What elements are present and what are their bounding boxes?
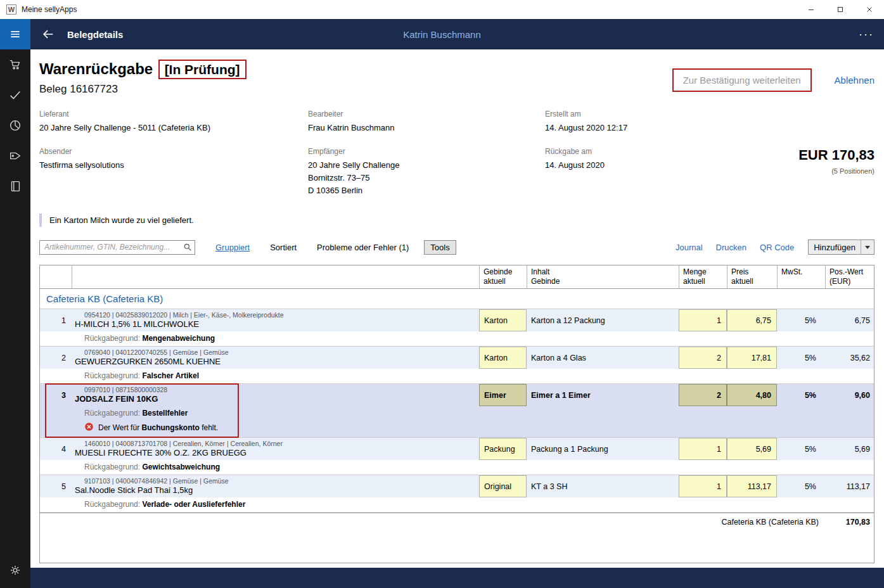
- return-reason: Rückgabegrund: Bestellfehler: [40, 406, 874, 421]
- header-user-name[interactable]: Katrin Buschmann: [403, 29, 481, 40]
- gebinde-cell[interactable]: Karton: [479, 309, 527, 331]
- sidebar: [0, 19, 30, 588]
- menge-cell[interactable]: 2: [679, 384, 727, 406]
- return-reason: Rückgabegrund: Verlade- oder Auslieferfe…: [40, 497, 874, 512]
- empfaenger-label: Empfänger: [308, 147, 545, 156]
- group-header[interactable]: Cafeteria KB (Cafeteria KB): [40, 289, 874, 309]
- erstellt-am-label: Erstellt am: [545, 110, 754, 118]
- mwst-cell: 5%: [777, 438, 825, 460]
- article-name: GEWUERZGURKEN 2650ML KUEHNE: [75, 357, 479, 367]
- footer-total: 170,83: [825, 513, 875, 530]
- row-number: 5: [40, 475, 72, 497]
- preis-cell[interactable]: 113,17: [727, 475, 777, 497]
- inhalt-cell: Karton a 12 Packung: [527, 309, 679, 331]
- pos-wert-cell: 35,62: [825, 347, 875, 369]
- empfaenger-line2: Bornitzstr. 73–75: [308, 172, 545, 184]
- sorted-toggle[interactable]: Sortiert: [270, 243, 297, 252]
- tag-icon[interactable]: [0, 141, 30, 171]
- search-input[interactable]: [39, 240, 195, 255]
- cart-icon[interactable]: [0, 49, 30, 80]
- document-title: Warenrückgabe: [39, 60, 153, 77]
- reject-button[interactable]: Ablehnen: [835, 75, 874, 86]
- empfaenger-line3: D 10365 Berlin: [308, 184, 545, 197]
- minimize-button[interactable]: [797, 0, 826, 19]
- table-row[interactable]: 1 0954120 | 04025839012020 | Milch | Eie…: [40, 309, 874, 347]
- print-link[interactable]: Drucken: [716, 243, 746, 252]
- article-name: Sal.Noodle Stick Pad Thai 1,5kg: [75, 485, 479, 495]
- maximize-button[interactable]: [826, 0, 855, 19]
- menge-cell[interactable]: 2: [679, 347, 727, 369]
- pie-chart-icon[interactable]: [0, 110, 30, 141]
- return-reason: Rückgabegrund: Gewichtsabweichung: [40, 460, 874, 475]
- mwst-cell: 5%: [777, 347, 825, 369]
- row-number: 3: [40, 384, 72, 406]
- add-button[interactable]: Hinzufügen: [808, 240, 874, 255]
- preis-cell[interactable]: 17,81: [727, 347, 777, 369]
- book-icon[interactable]: [0, 171, 30, 201]
- main-content: Warenrückgabe [In Prüfung] Beleg 1616772…: [30, 49, 884, 568]
- check-icon[interactable]: [0, 80, 30, 110]
- absender-value: Testfirma sellysolutions: [39, 159, 308, 172]
- preis-cell[interactable]: 4,80: [727, 384, 777, 406]
- row-number: 2: [40, 347, 72, 369]
- settings-gear-icon[interactable]: [0, 555, 30, 585]
- lieferant-label: Lieferant: [39, 110, 308, 118]
- preis-cell[interactable]: 6,75: [727, 309, 777, 331]
- article-meta: 0769040 | 04012200740255 | Gemüse | Gemü…: [84, 348, 479, 357]
- more-options-icon[interactable]: ···: [859, 28, 874, 41]
- gebinde-cell[interactable]: Packung: [479, 438, 527, 460]
- window-title: Meine sellyApps: [22, 5, 77, 14]
- search-icon[interactable]: [183, 243, 192, 253]
- lieferant-value: 20 Jahre Selly Challenge - 5011 (Cafeter…: [39, 122, 308, 134]
- rueckgabe-am-value: 14. August 2020: [545, 159, 754, 172]
- return-reason: Rückgabegrund: Mengenabweichung: [40, 331, 874, 346]
- inhalt-cell: Karton a 4 Glas: [527, 347, 679, 369]
- pos-wert-cell: 5,69: [825, 438, 875, 460]
- return-reason: Rückgabegrund: Falscher Artikel: [40, 369, 874, 383]
- col-wert[interactable]: Pos.-Wert(EUR): [825, 265, 875, 288]
- chevron-down-icon[interactable]: [861, 240, 874, 254]
- empfaenger-line1: 20 Jahre Selly Challenge: [308, 159, 545, 172]
- pos-wert-cell: 9,60: [825, 384, 875, 406]
- validation-error: Der Wert für Buchungskonto fehlt.: [40, 421, 874, 437]
- document-note: Ein Karton Milch wurde zu viel geliefert…: [39, 214, 874, 227]
- problems-filter[interactable]: Probleme oder Fehler (1): [317, 243, 409, 252]
- article-name: MUESLI FRUECHTE 30% O.Z. 2KG BRUEGG: [75, 448, 479, 458]
- rueckgabe-am-label: Rückgabe am: [545, 147, 754, 156]
- qr-code-link[interactable]: QR Code: [760, 243, 794, 252]
- inhalt-cell: KT a 3 SH: [527, 475, 679, 497]
- bearbeiter-label: Bearbeiter: [308, 110, 545, 118]
- journal-link[interactable]: Journal: [676, 243, 703, 252]
- close-button[interactable]: [855, 0, 884, 19]
- col-preis[interactable]: Preisaktuell: [727, 265, 777, 288]
- col-mwst[interactable]: MwSt.: [777, 265, 825, 288]
- col-menge[interactable]: Mengeaktuell: [679, 265, 727, 288]
- status-badge-annotated: [In Prüfung]: [158, 60, 247, 79]
- menge-cell[interactable]: 1: [679, 438, 727, 460]
- bottom-bar: [30, 568, 884, 588]
- erstellt-am-value: 14. August 2020 12:17: [545, 122, 754, 134]
- back-button[interactable]: [39, 25, 57, 43]
- menge-cell[interactable]: 1: [679, 309, 727, 331]
- app-header: Belegdetails Katrin Buschmann ···: [0, 19, 884, 49]
- table-row[interactable]: 5 9107103 | 04004074846942 | Gemüse | Ge…: [40, 475, 874, 513]
- tools-button[interactable]: Tools: [424, 240, 456, 255]
- gebinde-cell[interactable]: Karton: [479, 347, 527, 369]
- row-number: 4: [40, 438, 72, 460]
- preis-cell[interactable]: 5,69: [727, 438, 777, 460]
- grouped-toggle[interactable]: Gruppiert: [215, 243, 250, 252]
- col-inhalt[interactable]: InhaltGebinde: [527, 265, 679, 288]
- gebinde-cell[interactable]: Original: [479, 475, 527, 497]
- menge-cell[interactable]: 1: [679, 475, 727, 497]
- table-row[interactable]: 2 0769040 | 04012200740255 | Gemüse | Ge…: [40, 347, 874, 384]
- app-icon: W: [6, 4, 16, 15]
- col-gebinde[interactable]: Gebindeaktuell: [479, 265, 527, 288]
- table-row-selected[interactable]: 3 0997010 | 08715800000328 JODSALZ FEIN …: [40, 384, 874, 438]
- footer-group-label: Cafeteria KB (Cafeteria KB): [40, 513, 825, 530]
- forward-for-confirmation-button[interactable]: Zur Bestätigung weiterleiten: [672, 68, 812, 92]
- mwst-cell: 5%: [777, 309, 825, 331]
- inhalt-cell: Packung a 1 Packung: [527, 438, 679, 460]
- table-row[interactable]: 4 1460010 | 04008713701708 | Cerealien, …: [40, 438, 874, 475]
- gebinde-cell[interactable]: Eimer: [479, 384, 527, 406]
- menu-icon[interactable]: [0, 19, 30, 49]
